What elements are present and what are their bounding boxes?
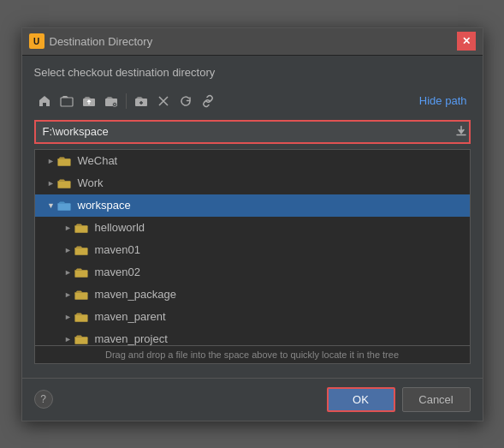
svg-rect-6 [57,181,70,188]
new-folder-icon [60,94,74,108]
folder-icon [74,310,88,324]
refresh-button[interactable] [175,91,196,111]
svg-rect-12 [74,314,87,321]
folder-icon [74,243,88,257]
ok-button[interactable]: OK [327,387,395,412]
tree-arrow-icon: ► [62,244,74,256]
folder-icon [74,332,88,346]
tree-item[interactable]: ► maven02 [35,261,470,284]
folder-up-button[interactable] [79,91,99,111]
tree-item-label: maven_parent [95,310,166,323]
tree-item-label: maven01 [95,243,140,256]
app-icon: U [29,33,44,49]
link-icon [201,94,215,108]
tree-item-label: WeChat [78,154,118,167]
link-button[interactable] [198,91,218,111]
tree-item[interactable]: ► maven_parent [35,306,470,328]
refresh-icon [179,94,193,108]
tree-item[interactable]: ▼ workspace [35,194,470,217]
svg-rect-11 [74,292,87,299]
svg-rect-9 [74,248,87,254]
home-button[interactable] [34,91,55,111]
folder-icon [57,176,71,190]
tree-item[interactable]: ► maven01 [35,239,470,261]
tree-item[interactable]: ► helloworld [35,217,470,239]
folder-up-icon [82,94,96,108]
path-input-container [34,120,471,144]
delete-icon [157,95,169,107]
svg-rect-7 [57,203,70,210]
tree-arrow-icon: ► [62,289,74,301]
tree-item[interactable]: ► Work [35,172,470,194]
delete-button[interactable] [153,91,174,111]
svg-rect-0 [61,98,73,106]
folder-icon [57,199,71,212]
toolbar-divider-1 [126,93,127,109]
dialog-subtitle: Select checkout destination directory [34,66,471,79]
file-tree[interactable]: ► WeChat► Work▼ workspace► helloworld► m… [34,149,471,346]
home-icon [38,94,51,108]
tree-item-label: workspace [78,199,131,212]
svg-rect-5 [57,158,70,165]
tree-item[interactable]: ► WeChat [35,150,470,172]
destination-directory-dialog: U Destination Directory ✕ Select checkou… [21,27,483,421]
title-bar: U Destination Directory ✕ [22,28,483,56]
dialog-body: Select checkout destination directory [22,56,483,374]
download-icon [455,124,467,136]
tree-item[interactable]: ► maven_project [35,328,470,346]
tree-arrow-icon: ► [45,155,57,167]
tree-item-label: Work [78,176,104,189]
folder-icon [74,266,88,279]
folder-detail-button[interactable] [101,91,122,111]
dialog-title: Destination Directory [50,35,153,48]
folder-add-icon [134,94,148,108]
dialog-footer: ? OK Cancel [22,378,483,421]
hide-path-button[interactable]: Hide path [416,93,471,109]
folder-detail-icon [104,94,118,108]
svg-rect-13 [74,337,87,343]
toolbar-left [34,91,218,111]
tree-arrow-icon: ▼ [45,200,57,212]
tree-arrow-icon: ► [62,266,74,278]
footer-buttons: OK Cancel [327,387,471,412]
toolbar: Hide path [34,87,471,115]
help-button[interactable]: ? [34,390,53,409]
tree-arrow-icon: ► [62,333,74,345]
cancel-button[interactable]: Cancel [402,387,471,412]
tree-item-label: maven02 [95,266,140,278]
title-bar-left: U Destination Directory [29,33,153,49]
svg-rect-10 [74,270,87,277]
drag-hint: Drag and drop a file into the space abov… [34,346,471,364]
tree-arrow-icon: ► [62,311,74,323]
close-button[interactable]: ✕ [457,32,476,51]
tree-item[interactable]: ► maven_package [35,284,470,306]
svg-rect-8 [74,225,87,232]
path-input[interactable] [34,120,471,144]
new-folder-button[interactable] [56,91,77,111]
folder-add-button[interactable] [131,91,151,111]
folder-icon [74,288,88,302]
tree-item-label: maven_package [95,288,176,301]
tree-arrow-icon: ► [45,177,57,189]
tree-arrow-icon: ► [62,222,74,234]
help-icon: ? [40,393,46,405]
tree-item-label: maven_project [95,332,168,345]
folder-icon [74,221,88,235]
tree-item-label: helloworld [95,221,145,234]
download-button[interactable] [455,124,467,139]
folder-icon [57,154,71,168]
